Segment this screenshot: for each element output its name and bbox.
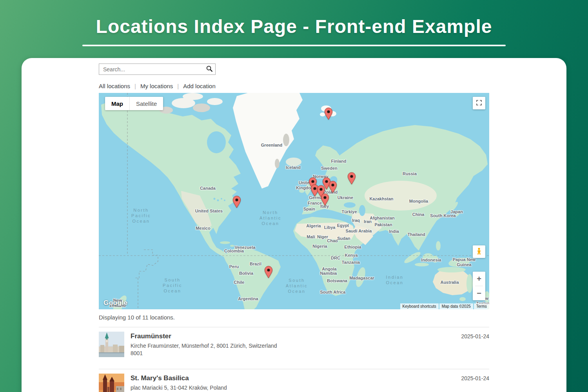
location-thumbnail <box>99 332 124 357</box>
nav-links: All locations|My locations|Add location <box>99 83 489 89</box>
nav-separator: | <box>134 83 136 89</box>
nav-link-all-locations[interactable]: All locations <box>99 83 130 89</box>
location-address: plac Mariacki 5, 31-042 Kraków, Poland <box>131 385 227 391</box>
map-marker-icon[interactable] <box>324 107 333 120</box>
location-title[interactable]: St. Mary's Basilica <box>131 374 227 382</box>
location-date: 2025-01-24 <box>461 333 489 357</box>
google-logo[interactable]: Google <box>103 299 128 307</box>
location-thumbnail-image <box>99 332 124 357</box>
zoom-control: + − <box>473 272 485 300</box>
map-type-satellite-button[interactable]: Satellite <box>129 97 163 110</box>
page-header: Locations Index Page - Front-end Example <box>0 0 588 37</box>
location-list-item[interactable]: Fraumünster Kirche Fraumünster, Münsterh… <box>99 327 489 363</box>
pegman-button[interactable] <box>473 245 485 258</box>
location-thumbnail <box>99 374 124 392</box>
zoom-out-button[interactable]: − <box>473 286 485 300</box>
google-map[interactable]: GreenlandIcelandNorwaySwedenFinlandUnite… <box>99 93 489 309</box>
map-attribution: Keyboard shortcuts Map data ©2025 Terms <box>400 303 490 309</box>
location-title[interactable]: Fraumünster <box>131 332 277 340</box>
keyboard-shortcuts-link[interactable]: Keyboard shortcuts <box>400 303 439 309</box>
zoom-in-button[interactable]: + <box>473 272 485 286</box>
fullscreen-button[interactable] <box>473 97 485 109</box>
map-marker-icon[interactable] <box>321 193 329 206</box>
location-date: 2025-01-24 <box>461 375 489 392</box>
map-type-map-button[interactable]: Map <box>105 97 129 110</box>
title-underline <box>82 45 506 46</box>
map-marker-icon[interactable] <box>232 196 241 208</box>
search-input[interactable] <box>99 66 203 73</box>
fullscreen-icon <box>475 99 483 107</box>
map-marker-icon[interactable] <box>264 266 273 278</box>
nav-separator: | <box>177 83 179 89</box>
terms-link[interactable]: Terms <box>474 303 489 309</box>
pegman-icon <box>475 247 483 256</box>
nav-link-my-locations[interactable]: My locations <box>140 83 173 89</box>
location-list-item[interactable]: St. Mary's Basilica plac Mariacki 5, 31-… <box>99 369 489 392</box>
map-data-label: Map data ©2025 <box>439 303 473 309</box>
location-thumbnail-image <box>99 374 124 392</box>
location-postal-code: 8001 <box>131 350 277 356</box>
nav-link-add-location[interactable]: Add location <box>183 83 216 89</box>
search-icon <box>206 65 213 73</box>
results-count: Displaying 10 of 11 locations. <box>99 314 489 321</box>
search-box <box>99 64 216 75</box>
page-title: Locations Index Page - Front-end Example <box>0 16 588 37</box>
location-address: Kirche Fraumünster, Münsterhof 2, 8001 Z… <box>131 343 277 349</box>
map-marker-icon[interactable] <box>328 181 337 193</box>
map-markers <box>99 93 489 309</box>
search-button[interactable] <box>203 64 215 74</box>
content-card: All locations|My locations|Add location <box>22 58 566 392</box>
map-marker-icon[interactable] <box>347 172 356 185</box>
map-type-control: Map Satellite <box>105 97 163 110</box>
